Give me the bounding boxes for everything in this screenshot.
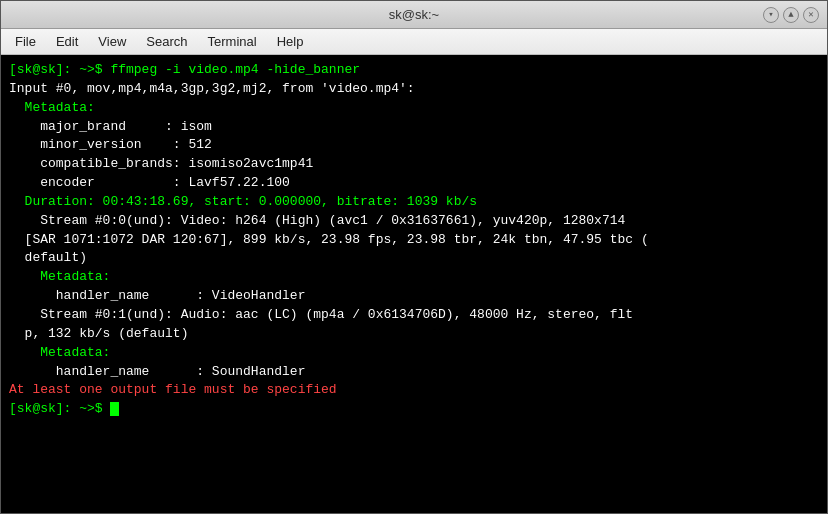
terminal-line-15: p, 132 kb/s (default) [9, 325, 819, 344]
menu-file[interactable]: File [5, 32, 46, 51]
terminal-line-9: Stream #0:0(und): Video: h264 (High) (av… [9, 212, 819, 231]
menu-bar: File Edit View Search Terminal Help [1, 29, 827, 55]
window-minimize-btn[interactable]: ▲ [783, 7, 799, 23]
title-bar-controls: ▾ ▲ ✕ [763, 7, 819, 23]
menu-search[interactable]: Search [136, 32, 197, 51]
terminal-line-13: handler_name : VideoHandler [9, 287, 819, 306]
terminal-line-5: minor_version : 512 [9, 136, 819, 155]
terminal-line-16: Metadata: [9, 344, 819, 363]
terminal-line-17: handler_name : SoundHandler [9, 363, 819, 382]
window-close-btn[interactable]: ✕ [803, 7, 819, 23]
terminal-line-14: Stream #0:1(und): Audio: aac (LC) (mp4a … [9, 306, 819, 325]
terminal-line-6: compatible_brands: isomiso2avc1mp41 [9, 155, 819, 174]
menu-edit[interactable]: Edit [46, 32, 88, 51]
title-bar: sk@sk:~ ▾ ▲ ✕ [1, 1, 827, 29]
terminal-line-2: Input #0, mov,mp4,m4a,3gp,3g2,mj2, from … [9, 80, 819, 99]
menu-help[interactable]: Help [267, 32, 314, 51]
window-title: sk@sk:~ [389, 7, 439, 22]
terminal-prompt-line: [sk@sk]: ~>$ [9, 400, 819, 419]
window-dropdown-btn[interactable]: ▾ [763, 7, 779, 23]
menu-view[interactable]: View [88, 32, 136, 51]
terminal-window: sk@sk:~ ▾ ▲ ✕ File Edit View Search Term… [0, 0, 828, 514]
terminal-line-4: major_brand : isom [9, 118, 819, 137]
terminal-line-12: Metadata: [9, 268, 819, 287]
terminal-line-11: default) [9, 249, 819, 268]
terminal-line-3: Metadata: [9, 99, 819, 118]
terminal-line-7: encoder : Lavf57.22.100 [9, 174, 819, 193]
cursor [110, 402, 119, 416]
menu-terminal[interactable]: Terminal [198, 32, 267, 51]
terminal-line-8: Duration: 00:43:18.69, start: 0.000000, … [9, 193, 819, 212]
terminal-body[interactable]: [sk@sk]: ~>$ ffmpeg -i video.mp4 -hide_b… [1, 55, 827, 513]
terminal-line-1: [sk@sk]: ~>$ ffmpeg -i video.mp4 -hide_b… [9, 61, 819, 80]
terminal-error-line: At least one output file must be specifi… [9, 381, 819, 400]
terminal-line-10: [SAR 1071:1072 DAR 120:67], 899 kb/s, 23… [9, 231, 819, 250]
